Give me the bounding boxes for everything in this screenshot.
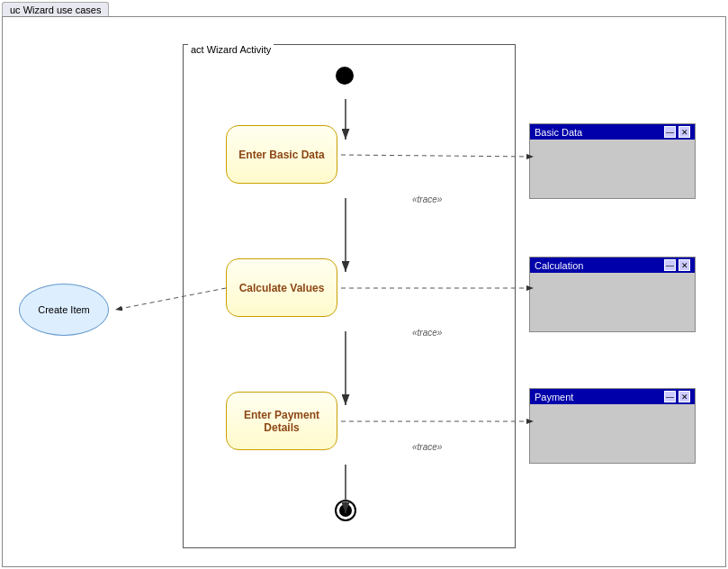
activity-label: act Wizard Activity (188, 44, 274, 55)
ui-frame-payment-title: Payment (535, 392, 573, 402)
diagram-outer: uc Wizard use cases act Wizard Activity … (0, 0, 728, 569)
close-button-calc[interactable]: ✕ (679, 259, 690, 271)
trace-label-basic: «trace» (412, 194, 442, 204)
final-node-inner (339, 504, 352, 517)
diagram-frame: act Wizard Activity Enter Basic Data Cal… (2, 16, 726, 567)
ui-frame-payment-controls: — ✕ (664, 391, 690, 402)
ui-frame-payment-titlebar: Payment — ✕ (530, 389, 695, 404)
ui-frame-calculation: Calculation — ✕ (529, 257, 696, 332)
activity-box-payment: Enter Payment Details (226, 392, 337, 450)
activity-box-enter-basic: Enter Basic Data (226, 125, 337, 184)
initial-node (336, 67, 354, 85)
close-button-basic[interactable]: ✕ (679, 126, 690, 138)
trace-label-payment: «trace» (412, 442, 442, 452)
ui-frame-basic-data-titlebar: Basic Data — ✕ (530, 124, 695, 140)
minimize-button-calc[interactable]: — (664, 259, 676, 271)
ui-frame-calculation-titlebar: Calculation — ✕ (530, 257, 695, 273)
ui-frame-calculation-controls: — ✕ (664, 259, 690, 271)
minimize-button-payment[interactable]: — (664, 391, 676, 402)
final-node (335, 500, 356, 521)
close-button-payment[interactable]: ✕ (679, 391, 690, 402)
ui-frame-basic-data-title: Basic Data (535, 127, 582, 138)
trace-label-calc: «trace» (412, 328, 442, 338)
ui-frame-payment-body (530, 404, 695, 463)
tab-label: uc Wizard use cases (2, 2, 109, 17)
ui-frame-basic-data: Basic Data — ✕ (529, 123, 696, 199)
ui-frame-basic-data-body (530, 140, 695, 198)
ui-frame-calculation-title: Calculation (535, 260, 583, 271)
ui-frame-basic-data-controls: — ✕ (664, 126, 690, 138)
create-item-ellipse: Create Item (19, 284, 109, 336)
minimize-button-basic[interactable]: — (664, 126, 676, 138)
ui-frame-payment: Payment — ✕ (529, 388, 696, 464)
activity-box-calculate: Calculate Values (226, 258, 337, 317)
ui-frame-calculation-body (530, 273, 695, 331)
